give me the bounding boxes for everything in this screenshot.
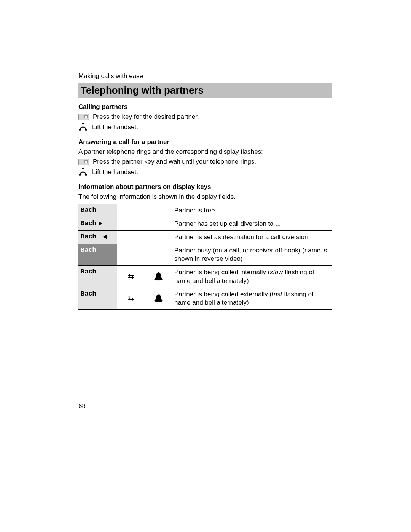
partner-label: Bach (81, 246, 96, 254)
step-press-partner-key: Press the key for the desired partner. (78, 113, 332, 121)
key-button-icon (78, 114, 89, 120)
table-row: Bach⇆🔔Partner is being called internally… (78, 266, 332, 288)
bell-icon-cell (145, 231, 172, 244)
svg-point-0 (79, 129, 81, 131)
swap-icon-cell (117, 244, 145, 266)
running-head: Making calls with ease (78, 72, 332, 80)
table-row: BachPartner busy (on a call, or receiver… (78, 244, 332, 266)
partner-label-cell: Bach (78, 217, 117, 231)
desc-text: Partner is being called internally ( (174, 268, 270, 276)
desc-text: Partner is being called externally ( (174, 291, 272, 298)
step-text: Lift the handset. (92, 123, 138, 131)
step-text: Press the key for the desired partner. (93, 113, 199, 121)
swap-arrows-icon: ⇆ (128, 272, 134, 280)
info-intro: The following information is shown in th… (78, 193, 332, 201)
triangle-left-icon (103, 235, 107, 239)
section-info-heading: Information about partners on display ke… (78, 183, 332, 191)
step-press-partner-key-wait: Press the partner key and wait until you… (78, 158, 332, 166)
table-row: BachPartner is set as destination for a … (78, 231, 332, 244)
swap-icon-cell: ⇆ (117, 288, 145, 309)
step-text: Lift the handset. (92, 168, 138, 176)
partner-status-description: Partner is being called externally (fast… (172, 288, 332, 309)
desc-emphasis: fast (272, 291, 282, 298)
swap-icon-cell (117, 231, 145, 244)
partner-label: Bach (81, 268, 96, 275)
swap-icon-cell: ⇆ (117, 266, 145, 288)
swap-icon-cell (117, 217, 145, 231)
svg-point-3 (85, 174, 87, 176)
partner-status-description: Partner is set as destination for a call… (172, 231, 332, 244)
bell-icon-cell (145, 204, 172, 217)
partner-status-description: Partner busy (on a call, or receiver off… (172, 244, 332, 266)
table-row: Bach⇆🔔Partner is being called externally… (78, 288, 332, 309)
answering-intro: A partner telephone rings and the corres… (78, 148, 332, 156)
bell-icon-cell: 🔔 (145, 288, 172, 309)
partner-label-cell: Bach (78, 244, 117, 266)
page-number: 68 (78, 403, 86, 410)
lift-handset-icon (78, 123, 88, 131)
svg-point-2 (79, 174, 81, 176)
page-title: Telephoning with partners (81, 85, 330, 96)
section-answering-heading: Answering a call for a partner (78, 138, 332, 146)
table-row: BachPartner is free (78, 204, 332, 217)
svg-point-1 (85, 129, 87, 131)
partner-label-cell: Bach (78, 204, 117, 217)
partner-label: Bach (81, 233, 96, 240)
page: Making calls with ease Telephoning with … (0, 0, 411, 532)
partner-status-description: Partner is being called internally (slow… (172, 266, 332, 288)
title-bar: Telephoning with partners (78, 83, 332, 98)
bell-icon: 🔔 (154, 294, 163, 302)
partner-label: Bach (81, 290, 96, 297)
step-lift-handset: Lift the handset. (78, 123, 332, 131)
partner-label-cell: Bach (78, 266, 117, 288)
desc-text: Partner busy (on a call, or receiver off… (174, 247, 327, 262)
partner-status-table: BachPartner is freeBachPartner has set u… (78, 204, 332, 310)
desc-emphasis: slow (270, 268, 283, 276)
partner-label-cell: Bach (78, 288, 117, 309)
partner-status-description: Partner has set up call diversion to ... (172, 217, 332, 231)
partner-label-cell: Bach (78, 231, 117, 244)
bell-icon-cell (145, 217, 172, 231)
desc-text: Partner has set up call diversion to ... (174, 220, 281, 227)
bell-icon-cell: 🔔 (145, 266, 172, 288)
step-text: Press the partner key and wait until you… (93, 158, 256, 166)
desc-text: Partner is free (174, 207, 215, 214)
partner-label: Bach (81, 220, 96, 227)
swap-arrows-icon: ⇆ (128, 294, 134, 302)
partner-label: Bach (81, 206, 96, 214)
swap-icon-cell (117, 204, 145, 217)
table-row: BachPartner has set up call diversion to… (78, 217, 332, 231)
step-lift-handset: Lift the handset. (78, 168, 332, 176)
desc-text: Partner is set as destination for a call… (174, 233, 308, 241)
lift-handset-icon (78, 168, 88, 176)
triangle-right-icon (99, 221, 102, 226)
key-button-icon (78, 159, 89, 165)
section-calling-heading: Calling partners (78, 103, 332, 111)
bell-icon: 🔔 (154, 272, 163, 280)
bell-icon-cell (145, 244, 172, 266)
partner-status-description: Partner is free (172, 204, 332, 217)
